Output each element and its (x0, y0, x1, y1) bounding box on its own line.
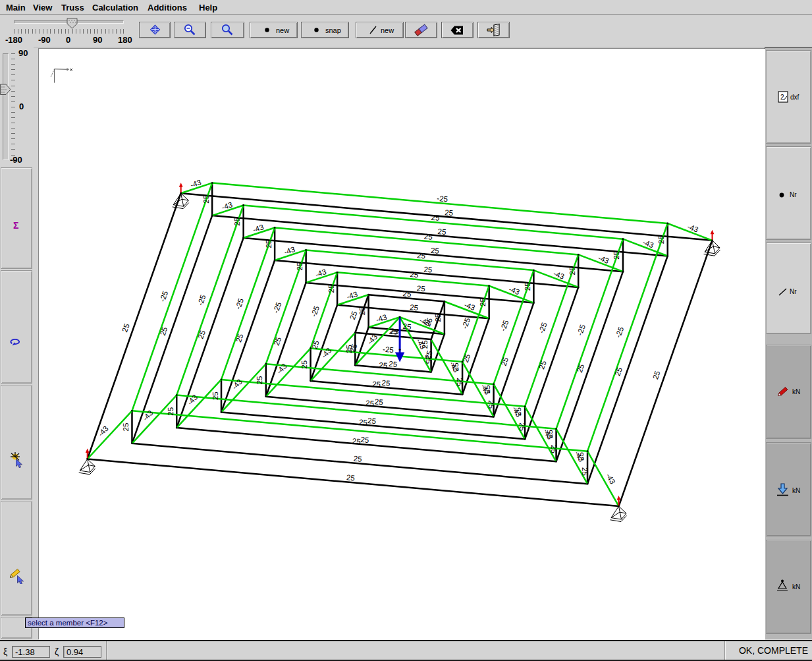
svg-text:25: 25 (423, 233, 433, 241)
svg-text:25: 25 (402, 289, 412, 298)
svg-text:25: 25 (367, 417, 377, 425)
svg-text:25: 25 (487, 400, 495, 409)
svg-text:25: 25 (456, 378, 464, 386)
svg-text:25: 25 (372, 380, 381, 389)
svg-text:25: 25 (410, 303, 419, 312)
svg-text:25: 25 (410, 270, 419, 279)
svg-text:25: 25 (256, 376, 263, 385)
svg-text:25: 25 (381, 379, 391, 388)
svg-text:25: 25 (345, 345, 353, 353)
svg-text:25: 25 (437, 227, 447, 236)
svg-text:25: 25 (657, 235, 665, 244)
svg-text:25: 25 (434, 314, 442, 322)
svg-text:25: 25 (360, 436, 369, 444)
svg-text:25: 25 (365, 399, 375, 407)
svg-text:25: 25 (581, 467, 589, 476)
svg-text:25: 25 (346, 473, 356, 482)
svg-text:25: 25 (296, 262, 304, 271)
svg-text:25: 25 (202, 195, 210, 204)
svg-text:25: 25 (379, 361, 388, 370)
svg-text:-25: -25 (437, 194, 448, 203)
svg-text:25: 25 (211, 391, 219, 400)
svg-text:25: 25 (431, 246, 440, 255)
svg-text:25: 25 (389, 327, 398, 335)
svg-text:25: 25 (233, 217, 241, 226)
svg-text:25: 25 (167, 407, 175, 416)
svg-text:25: 25 (374, 397, 383, 406)
svg-text:25: 25 (352, 437, 361, 445)
svg-text:25: 25 (416, 284, 425, 293)
svg-text:25: 25 (358, 418, 367, 426)
svg-text:25: 25 (612, 251, 620, 260)
svg-text:25: 25 (402, 322, 412, 331)
svg-text:25: 25 (417, 251, 426, 260)
svg-text:25: 25 (431, 214, 440, 222)
svg-text:25: 25 (568, 267, 576, 275)
svg-text:25: 25 (550, 445, 558, 453)
svg-text:25: 25 (479, 298, 487, 306)
svg-text:25: 25 (425, 355, 433, 364)
svg-text:25: 25 (358, 307, 366, 316)
svg-text:25: 25 (445, 208, 454, 217)
svg-text:25: 25 (122, 423, 130, 432)
svg-text:25: 25 (300, 360, 308, 369)
svg-text:25: 25 (518, 422, 526, 431)
svg-text:25: 25 (423, 266, 433, 274)
svg-text:25: 25 (265, 240, 273, 248)
svg-text:25: 25 (389, 360, 398, 368)
svg-text:25: 25 (327, 285, 335, 293)
svg-text:-25: -25 (383, 345, 394, 354)
svg-text:25: 25 (353, 455, 362, 463)
svg-text:25: 25 (524, 282, 531, 291)
